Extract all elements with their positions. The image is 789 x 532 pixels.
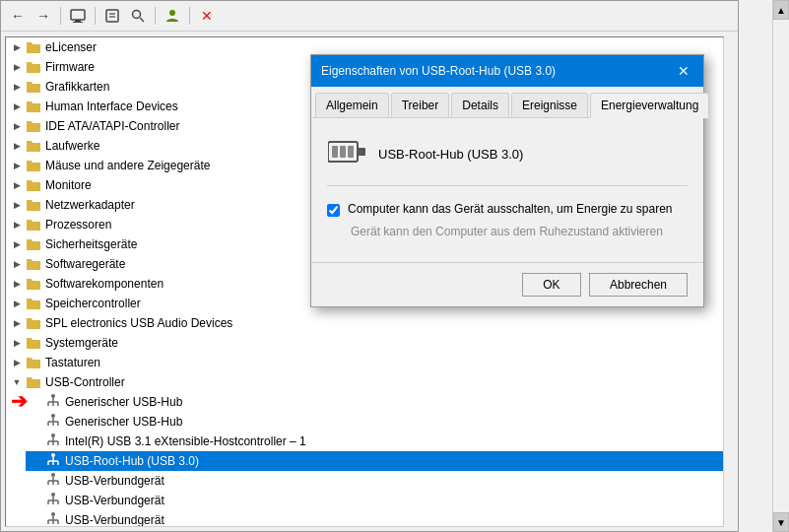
tree-label-prozessoren: Prozessoren bbox=[45, 218, 111, 232]
usb-icon-root-hub bbox=[45, 453, 61, 469]
dialog-close-button[interactable]: ✕ bbox=[674, 61, 693, 81]
search-button[interactable] bbox=[127, 5, 149, 27]
dialog-title: Eigenschaften von USB-Root-Hub (USB 3.0) bbox=[321, 64, 556, 78]
expand-usb-hub-1 bbox=[30, 395, 43, 409]
expand-speicher[interactable]: ▶ bbox=[10, 297, 24, 310]
usb-icon-hub-2 bbox=[45, 414, 61, 430]
expand-elicenser[interactable]: ▶ bbox=[10, 40, 24, 54]
expand-maeuse[interactable]: ▶ bbox=[10, 159, 24, 172]
scrollbar-down-button[interactable]: ▼ bbox=[773, 512, 789, 532]
folder-icon-elicenser bbox=[26, 39, 41, 55]
separator-4 bbox=[189, 7, 190, 25]
svg-point-27 bbox=[51, 453, 55, 457]
cancel-button[interactable]: Abbrechen bbox=[589, 273, 688, 297]
svg-point-21 bbox=[51, 433, 55, 437]
usb-icon-hub-1 bbox=[45, 394, 61, 410]
tree-label-maeuse: Mäuse und andere Zeigegeräte bbox=[45, 159, 210, 172]
svg-point-33 bbox=[51, 473, 55, 477]
expand-ide[interactable]: ▶ bbox=[10, 119, 24, 133]
tree-label-tastaturen: Tastaturen bbox=[45, 356, 100, 369]
folder-icon-grafikkarten bbox=[26, 79, 41, 95]
dialog-footer: OK Abbrechen bbox=[311, 262, 703, 306]
checkbox-row-1: Computer kann das Gerät ausschalten, um … bbox=[327, 202, 688, 217]
power-checkbox-1[interactable] bbox=[327, 204, 340, 217]
svg-point-9 bbox=[51, 394, 55, 398]
tree-item-usb-root-hub[interactable]: USB-Root-Hub (USB 3.0) bbox=[26, 451, 723, 471]
svg-point-45 bbox=[51, 512, 55, 516]
tab-details[interactable]: Details bbox=[451, 93, 509, 117]
folder-icon-usb-controller bbox=[26, 374, 41, 390]
ok-button[interactable]: OK bbox=[522, 273, 581, 297]
expand-systemgeraete[interactable]: ▶ bbox=[10, 336, 24, 350]
expand-usb-verbund-1 bbox=[30, 474, 43, 488]
tree-item-usb-verbund-3[interactable]: USB-Verbundgerät bbox=[26, 510, 723, 527]
delete-button[interactable]: ✕ bbox=[196, 5, 218, 27]
tab-ereignisse[interactable]: Ereignisse bbox=[511, 93, 588, 117]
tree-label-spl: SPL electronics USB Audio Devices bbox=[45, 316, 232, 330]
tab-energieverwaltung[interactable]: Energieverwaltung bbox=[590, 93, 709, 118]
svg-rect-54 bbox=[340, 146, 346, 158]
tree-item-usb-verbund-2[interactable]: USB-Verbundgerät bbox=[26, 491, 723, 510]
expand-usb-root-hub bbox=[30, 454, 43, 468]
folder-icon-softwarekomponenten bbox=[26, 276, 41, 292]
scrollbar-track[interactable]: ▲ ▼ bbox=[772, 0, 789, 532]
tab-treiber[interactable]: Treiber bbox=[391, 93, 450, 117]
tree-label-softwaregeraete: Softwaregeräte bbox=[45, 257, 125, 271]
tree-item-usb-hub-1[interactable]: Generischer USB-Hub bbox=[26, 392, 723, 412]
expand-prozessoren[interactable]: ▶ bbox=[10, 218, 24, 232]
tree-label-laufwerke: Laufwerke bbox=[45, 139, 99, 153]
tree-label-sicherheit: Sicherheitsgeräte bbox=[45, 237, 137, 251]
annotation-arrow-main: ➔ bbox=[11, 389, 28, 413]
folder-icon-sicherheit bbox=[26, 236, 41, 252]
tree-label-intel-usb: Intel(R) USB 3.1 eXtensible-Hostcontroll… bbox=[65, 434, 306, 448]
properties-button[interactable] bbox=[101, 5, 123, 27]
device-name-display: USB-Root-Hub (USB 3.0) bbox=[378, 147, 523, 162]
expand-softwarekomponenten[interactable]: ▶ bbox=[10, 277, 24, 291]
forward-button[interactable]: → bbox=[33, 5, 54, 27]
expand-netzwerk[interactable]: ▶ bbox=[10, 198, 24, 212]
expand-hid[interactable]: ▶ bbox=[10, 100, 24, 113]
expand-tastaturen[interactable]: ▶ bbox=[10, 356, 24, 369]
tree-label-usb-root-hub: USB-Root-Hub (USB 3.0) bbox=[65, 454, 199, 468]
dialog-tabs: Allgemein Treiber Details Ereignisse Ene… bbox=[311, 87, 703, 118]
svg-rect-53 bbox=[332, 146, 338, 158]
tree-label-hid: Human Interface Devices bbox=[45, 100, 178, 113]
tree-label-usb-verbund-1: USB-Verbundgerät bbox=[65, 474, 164, 488]
checkbox-row-2: Gerät kann den Computer aus dem Ruhezust… bbox=[327, 225, 688, 238]
expand-firmware[interactable]: ▶ bbox=[10, 60, 24, 74]
folder-icon-tastaturen bbox=[26, 355, 41, 370]
expand-usb-controller[interactable]: ▼ bbox=[10, 375, 24, 389]
person-icon-button[interactable] bbox=[162, 5, 183, 27]
svg-line-7 bbox=[140, 18, 144, 22]
folder-icon-prozessoren bbox=[26, 217, 41, 233]
expand-monitore[interactable]: ▶ bbox=[10, 178, 24, 192]
tree-item-tastaturen[interactable]: ▶ Tastaturen bbox=[6, 353, 723, 372]
computer-button[interactable] bbox=[67, 5, 89, 27]
expand-intel-usb bbox=[30, 434, 43, 448]
tree-label-speicher: Speichercontroller bbox=[45, 297, 141, 310]
tree-label-systemgeraete: Systemgeräte bbox=[45, 336, 118, 350]
expand-spl[interactable]: ▶ bbox=[10, 316, 24, 330]
tab-allgemein[interactable]: Allgemein bbox=[315, 93, 389, 117]
power-checkbox-1-label[interactable]: Computer kann das Gerät ausschalten, um … bbox=[348, 202, 673, 216]
tree-item-usb-hub-2[interactable]: Generischer USB-Hub bbox=[26, 412, 723, 432]
svg-point-8 bbox=[169, 10, 175, 16]
tree-item-usb-verbund-1[interactable]: USB-Verbundgerät bbox=[26, 471, 723, 491]
tree-label-netzwerk: Netzwerkadapter bbox=[45, 198, 135, 212]
tree-label-softwarekomponenten: Softwarekomponenten bbox=[45, 277, 164, 291]
svg-rect-55 bbox=[348, 146, 354, 158]
folder-icon-laufwerke bbox=[26, 138, 41, 154]
tree-item-intel-usb[interactable]: Intel(R) USB 3.1 eXtensible-Hostcontroll… bbox=[26, 432, 723, 451]
tree-item-spl[interactable]: ▶ SPL electronics USB Audio Devices bbox=[6, 313, 723, 333]
expand-laufwerke[interactable]: ▶ bbox=[10, 139, 24, 153]
tree-item-usb-controller[interactable]: ▼ USB-Controller bbox=[6, 372, 723, 392]
back-button[interactable]: ← bbox=[7, 5, 29, 27]
power-checkbox-2-label: Gerät kann den Computer aus dem Ruhezust… bbox=[351, 225, 663, 238]
tree-item-systemgeraete[interactable]: ▶ Systemgeräte bbox=[6, 333, 723, 353]
expand-sicherheit[interactable]: ▶ bbox=[10, 237, 24, 251]
tree-label-usb-verbund-3: USB-Verbundgerät bbox=[65, 513, 164, 527]
expand-softwaregeraete[interactable]: ▶ bbox=[10, 257, 24, 271]
scrollbar-up-button[interactable]: ▲ bbox=[773, 0, 789, 20]
usb-icon-verbund-3 bbox=[45, 512, 61, 527]
expand-grafikkarten[interactable]: ▶ bbox=[10, 80, 24, 94]
